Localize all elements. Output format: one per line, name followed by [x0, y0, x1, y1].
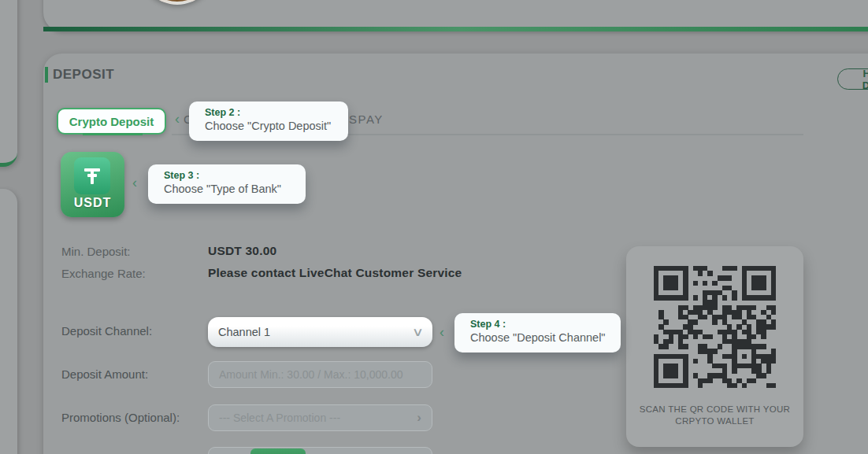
tooltip-arrow-left-icon: ‹ — [132, 175, 137, 190]
deposit-amount-input[interactable] — [219, 368, 421, 381]
tooltip-step2-text: Choose "Crypto Deposit" — [205, 120, 339, 132]
title-accent-bar — [45, 67, 48, 83]
tab-spay[interactable]: SPAY — [349, 113, 384, 126]
tooltip-step2: Step 2 : Choose "Crypto Deposit" — [189, 102, 348, 141]
promotions-placeholder: --- Select A Promotion --- — [219, 412, 340, 424]
tooltip-step2-title: Step 2 : — [205, 107, 339, 118]
tooltip-step3: Step 3 : Choose "Type of Bank" — [148, 164, 306, 204]
deposit-channel-select[interactable]: Channel 1 ∨ — [208, 317, 432, 347]
promotions-label: Promotions (Optional): — [61, 411, 180, 424]
left-partial-card-bottom — [0, 189, 17, 454]
page-title: DEPOSIT — [53, 67, 114, 83]
left-partial-card-top — [0, 0, 17, 167]
tether-icon — [74, 157, 110, 194]
tooltip-arrow-left-icon: ‹ — [440, 325, 444, 339]
tooltip-arrow-left-icon: ‹ — [175, 112, 180, 126]
bank-type-usdt[interactable]: USDT — [61, 152, 124, 217]
tab-crypto-deposit[interactable]: Crypto Deposit — [57, 108, 166, 135]
min-deposit-label: Min. Deposit: — [61, 245, 131, 258]
exchange-rate-label: Exchange Rate: — [61, 267, 146, 280]
usdt-label: USDT — [61, 196, 124, 210]
tooltip-step3-title: Step 3 : — [164, 170, 296, 181]
deposit-panel: DEPOSIT How To Deposit C SPAY Crypto Dep… — [43, 54, 868, 454]
tooltip-step3-text: Choose "Type of Bank" — [164, 183, 296, 195]
min-deposit-value: USDT 30.00 — [208, 244, 276, 258]
tooltip-step4-title: Step 4 : — [470, 319, 611, 330]
chevron-right-icon: › — [417, 410, 421, 426]
qr-caption: SCAN THE QR CODE WITH YOUR CRPYTO WALLET — [632, 404, 797, 427]
page: › For Upgrade DEPOSIT How To Deposit C S… — [0, 0, 868, 454]
qr-code — [654, 266, 776, 388]
bottom-partial-field[interactable] — [208, 447, 432, 454]
promotions-select[interactable]: --- Select A Promotion --- › — [208, 404, 432, 431]
deposit-channel-label: Deposit Channel: — [61, 324, 152, 338]
chevron-down-icon: ∨ — [412, 325, 424, 339]
deposit-amount-label: Deposit Amount: — [61, 367, 148, 381]
tooltip-step4-text: Choose "Deposit Channel" — [470, 331, 611, 344]
bottom-partial-green-button[interactable] — [250, 448, 306, 454]
profile-card: › For Upgrade — [43, 0, 868, 31]
exchange-rate-value: Please contact LiveChat Customer Service — [208, 266, 462, 280]
active-tab-indicator — [83, 133, 143, 135]
how-to-deposit-button[interactable]: How To Deposit — [837, 68, 868, 90]
avatar[interactable] — [139, 0, 215, 5]
tooltip-step4: Step 4 : Choose "Deposit Channel" — [454, 313, 621, 352]
qr-card: SCAN THE QR CODE WITH YOUR CRPYTO WALLET — [626, 246, 803, 447]
deposit-channel-value: Channel 1 — [218, 326, 270, 338]
deposit-amount-field[interactable] — [208, 361, 432, 388]
